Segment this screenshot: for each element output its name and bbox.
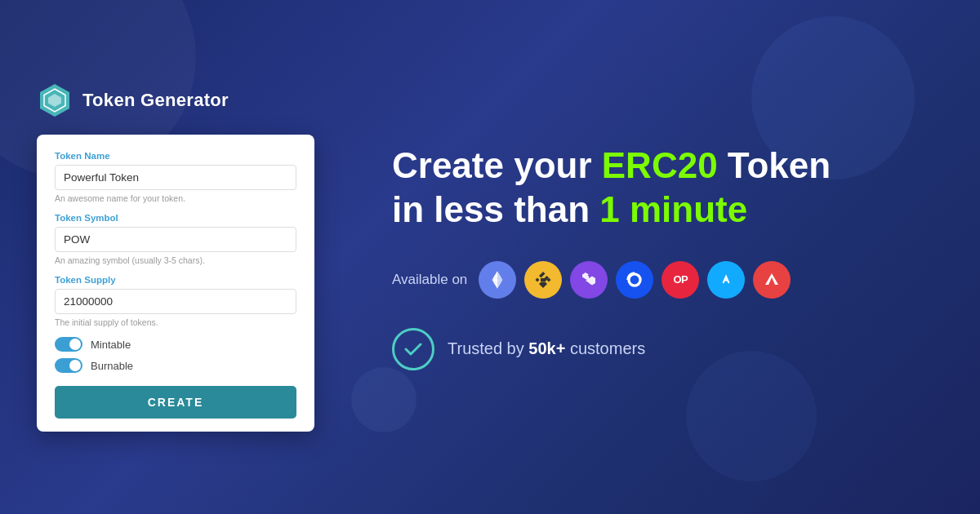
headline-erc20: ERC20	[602, 145, 718, 185]
token-name-hint: An awesome name for your token.	[55, 193, 296, 203]
right-panel: Create your ERC20 Token in less than 1 m…	[351, 0, 980, 514]
token-name-label: Token Name	[55, 151, 296, 161]
burnable-label: Burnable	[91, 360, 133, 372]
token-supply-hint: The initial supply of tokens.	[55, 317, 296, 327]
token-symbol-label: Token Symbol	[55, 213, 296, 223]
trusted-text: Trusted by 50k+ customers	[448, 339, 645, 358]
left-panel: Token Generator Token Name An awesome na…	[0, 0, 351, 514]
svg-point-11	[630, 275, 639, 284]
chain-ethereum-icon	[479, 261, 516, 299]
logo-icon	[37, 82, 73, 118]
headline: Create your ERC20 Token in less than 1 m…	[392, 144, 939, 231]
headline-part2: Token	[718, 145, 831, 185]
checkmark-icon	[392, 328, 434, 370]
logo-bar: Token Generator	[37, 82, 314, 118]
svg-rect-9	[541, 278, 546, 281]
chain-polygon-icon	[570, 261, 608, 299]
chain-optimism-icon: OP	[662, 261, 699, 299]
chain-icons: OP	[479, 261, 791, 299]
headline-part1: Create your	[392, 145, 602, 185]
token-name-input[interactable]	[55, 165, 296, 190]
chain-arbitrum-icon	[707, 261, 745, 299]
token-symbol-input[interactable]	[55, 227, 296, 252]
token-symbol-hint: An amazing symbol (usually 3-5 chars).	[55, 255, 296, 265]
burnable-row: Burnable	[55, 358, 296, 373]
burnable-toggle[interactable]	[55, 358, 82, 373]
trusted-row: Trusted by 50k+ customers	[392, 328, 939, 370]
chain-avalanche-icon	[753, 261, 791, 299]
available-on-row: Available on	[392, 261, 939, 299]
headline-bold: 1 minute	[599, 189, 747, 229]
mintable-row: Mintable	[55, 337, 296, 352]
app-title: Token Generator	[82, 90, 229, 111]
mintable-toggle[interactable]	[55, 337, 82, 352]
op-label: OP	[673, 273, 688, 286]
trusted-count: 50k+	[528, 339, 565, 357]
mintable-label: Mintable	[91, 339, 131, 351]
chain-bnb-icon	[524, 261, 562, 299]
chain-base-icon	[616, 261, 653, 299]
available-label: Available on	[392, 272, 467, 288]
token-supply-label: Token Supply	[55, 275, 296, 285]
create-button[interactable]: CREATE	[55, 386, 296, 419]
headline-line2: in less than	[392, 189, 599, 229]
form-card: Token Name An awesome name for your toke…	[37, 135, 314, 432]
token-supply-input[interactable]	[55, 289, 296, 314]
